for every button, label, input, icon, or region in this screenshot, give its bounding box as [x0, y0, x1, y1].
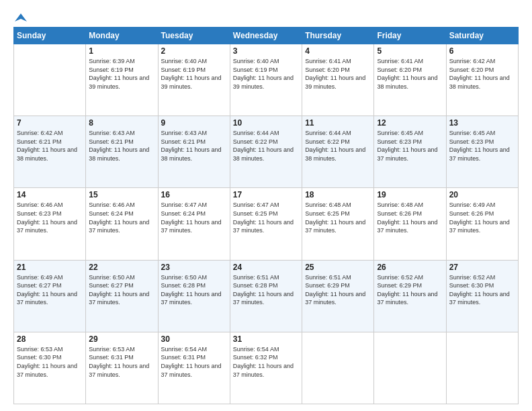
logo-bird-icon	[15, 12, 27, 24]
day-number: 20	[449, 190, 515, 199]
week-row-1: 7Sunrise: 6:42 AM Sunset: 6:21 PM Daylig…	[14, 116, 519, 188]
day-number: 6	[449, 46, 515, 56]
week-row-0: 1Sunrise: 6:39 AM Sunset: 6:19 PM Daylig…	[14, 44, 519, 116]
header-row: SundayMondayTuesdayWednesdayThursdayFrid…	[14, 28, 519, 44]
day-cell: 27Sunrise: 6:52 AM Sunset: 6:30 PM Dayli…	[446, 260, 518, 332]
header-saturday: Saturday	[446, 28, 518, 44]
day-cell: 21Sunrise: 6:49 AM Sunset: 6:27 PM Dayli…	[14, 260, 86, 332]
day-info: Sunrise: 6:44 AM Sunset: 6:22 PM Dayligh…	[305, 129, 371, 163]
day-number: 12	[377, 118, 443, 128]
day-cell: 5Sunrise: 6:41 AM Sunset: 6:20 PM Daylig…	[374, 44, 446, 116]
day-info: Sunrise: 6:50 AM Sunset: 6:27 PM Dayligh…	[89, 273, 154, 307]
day-info: Sunrise: 6:45 AM Sunset: 6:23 PM Dayligh…	[377, 129, 443, 163]
day-info: Sunrise: 6:48 AM Sunset: 6:26 PM Dayligh…	[377, 201, 443, 234]
header-wednesday: Wednesday	[230, 28, 302, 44]
header-monday: Monday	[86, 28, 158, 44]
day-cell: 22Sunrise: 6:50 AM Sunset: 6:27 PM Dayli…	[86, 260, 158, 332]
day-cell: 13Sunrise: 6:45 AM Sunset: 6:23 PM Dayli…	[446, 116, 518, 188]
day-cell: 16Sunrise: 6:47 AM Sunset: 6:24 PM Dayli…	[158, 188, 230, 260]
day-number: 25	[305, 263, 371, 272]
day-info: Sunrise: 6:54 AM Sunset: 6:31 PM Dayligh…	[161, 345, 227, 379]
day-info: Sunrise: 6:40 AM Sunset: 6:19 PM Dayligh…	[161, 57, 227, 91]
day-number: 11	[305, 118, 371, 128]
day-info: Sunrise: 6:46 AM Sunset: 6:24 PM Dayligh…	[89, 201, 154, 234]
day-number: 16	[161, 190, 227, 199]
day-info: Sunrise: 6:47 AM Sunset: 6:25 PM Dayligh…	[233, 201, 299, 234]
day-info: Sunrise: 6:48 AM Sunset: 6:25 PM Dayligh…	[305, 201, 371, 234]
day-number: 19	[377, 190, 443, 199]
week-row-4: 28Sunrise: 6:53 AM Sunset: 6:30 PM Dayli…	[14, 332, 519, 404]
day-cell: 26Sunrise: 6:52 AM Sunset: 6:29 PM Dayli…	[374, 260, 446, 332]
day-info: Sunrise: 6:49 AM Sunset: 6:26 PM Dayligh…	[449, 201, 515, 234]
day-number: 14	[17, 190, 83, 199]
day-cell: 1Sunrise: 6:39 AM Sunset: 6:19 PM Daylig…	[86, 44, 158, 116]
logo	[13, 12, 27, 21]
day-number: 17	[233, 190, 299, 199]
day-cell: 4Sunrise: 6:41 AM Sunset: 6:20 PM Daylig…	[302, 44, 374, 116]
day-info: Sunrise: 6:52 AM Sunset: 6:29 PM Dayligh…	[377, 273, 443, 307]
day-info: Sunrise: 6:52 AM Sunset: 6:30 PM Dayligh…	[449, 273, 515, 307]
day-cell: 30Sunrise: 6:54 AM Sunset: 6:31 PM Dayli…	[158, 332, 230, 404]
day-number: 29	[89, 334, 154, 344]
day-info: Sunrise: 6:47 AM Sunset: 6:24 PM Dayligh…	[161, 201, 227, 234]
day-number: 7	[17, 118, 83, 128]
day-cell: 10Sunrise: 6:44 AM Sunset: 6:22 PM Dayli…	[230, 116, 302, 188]
day-info: Sunrise: 6:43 AM Sunset: 6:21 PM Dayligh…	[89, 129, 154, 163]
calendar-table: SundayMondayTuesdayWednesdayThursdayFrid…	[13, 27, 519, 404]
day-number: 3	[233, 46, 299, 56]
day-info: Sunrise: 6:53 AM Sunset: 6:30 PM Dayligh…	[17, 345, 83, 379]
week-row-3: 21Sunrise: 6:49 AM Sunset: 6:27 PM Dayli…	[14, 260, 519, 332]
day-info: Sunrise: 6:40 AM Sunset: 6:19 PM Dayligh…	[233, 57, 299, 91]
day-cell: 7Sunrise: 6:42 AM Sunset: 6:21 PM Daylig…	[14, 116, 86, 188]
day-number: 9	[161, 118, 227, 128]
header-friday: Friday	[374, 28, 446, 44]
day-cell: 11Sunrise: 6:44 AM Sunset: 6:22 PM Dayli…	[302, 116, 374, 188]
day-number: 27	[449, 263, 515, 272]
day-number: 4	[305, 46, 371, 56]
day-info: Sunrise: 6:49 AM Sunset: 6:27 PM Dayligh…	[17, 273, 83, 307]
day-info: Sunrise: 6:51 AM Sunset: 6:28 PM Dayligh…	[233, 273, 299, 307]
day-number: 13	[449, 118, 515, 128]
day-cell: 8Sunrise: 6:43 AM Sunset: 6:21 PM Daylig…	[86, 116, 158, 188]
day-info: Sunrise: 6:42 AM Sunset: 6:21 PM Dayligh…	[17, 129, 83, 163]
day-cell: 3Sunrise: 6:40 AM Sunset: 6:19 PM Daylig…	[230, 44, 302, 116]
day-number: 2	[161, 46, 227, 56]
day-number: 8	[89, 118, 154, 128]
day-cell: 19Sunrise: 6:48 AM Sunset: 6:26 PM Dayli…	[374, 188, 446, 260]
day-cell: 20Sunrise: 6:49 AM Sunset: 6:26 PM Dayli…	[446, 188, 518, 260]
header-sunday: Sunday	[14, 28, 86, 44]
day-cell: 6Sunrise: 6:42 AM Sunset: 6:20 PM Daylig…	[446, 44, 518, 116]
day-number: 23	[161, 263, 227, 272]
day-info: Sunrise: 6:43 AM Sunset: 6:21 PM Dayligh…	[161, 129, 227, 163]
calendar-page: SundayMondayTuesdayWednesdayThursdayFrid…	[0, 0, 532, 411]
day-cell: 18Sunrise: 6:48 AM Sunset: 6:25 PM Dayli…	[302, 188, 374, 260]
day-number: 18	[305, 190, 371, 199]
day-cell: 24Sunrise: 6:51 AM Sunset: 6:28 PM Dayli…	[230, 260, 302, 332]
day-number: 30	[161, 334, 227, 344]
day-cell: 12Sunrise: 6:45 AM Sunset: 6:23 PM Dayli…	[374, 116, 446, 188]
day-cell: 9Sunrise: 6:43 AM Sunset: 6:21 PM Daylig…	[158, 116, 230, 188]
day-cell: 2Sunrise: 6:40 AM Sunset: 6:19 PM Daylig…	[158, 44, 230, 116]
day-cell: 29Sunrise: 6:53 AM Sunset: 6:31 PM Dayli…	[86, 332, 158, 404]
day-info: Sunrise: 6:41 AM Sunset: 6:20 PM Dayligh…	[377, 57, 443, 91]
day-number: 1	[89, 46, 154, 56]
day-info: Sunrise: 6:53 AM Sunset: 6:31 PM Dayligh…	[89, 345, 154, 379]
day-info: Sunrise: 6:39 AM Sunset: 6:19 PM Dayligh…	[89, 57, 154, 91]
day-info: Sunrise: 6:50 AM Sunset: 6:28 PM Dayligh…	[161, 273, 227, 307]
day-cell	[374, 332, 446, 404]
day-number: 26	[377, 263, 443, 272]
day-info: Sunrise: 6:51 AM Sunset: 6:29 PM Dayligh…	[305, 273, 371, 307]
svg-marker-0	[15, 13, 27, 21]
day-number: 31	[233, 334, 299, 344]
day-info: Sunrise: 6:45 AM Sunset: 6:23 PM Dayligh…	[449, 129, 515, 163]
day-info: Sunrise: 6:44 AM Sunset: 6:22 PM Dayligh…	[233, 129, 299, 163]
day-cell: 23Sunrise: 6:50 AM Sunset: 6:28 PM Dayli…	[158, 260, 230, 332]
day-number: 15	[89, 190, 154, 199]
day-cell	[14, 44, 86, 116]
day-cell: 31Sunrise: 6:54 AM Sunset: 6:32 PM Dayli…	[230, 332, 302, 404]
day-info: Sunrise: 6:42 AM Sunset: 6:20 PM Dayligh…	[449, 57, 515, 91]
day-number: 24	[233, 263, 299, 272]
day-info: Sunrise: 6:54 AM Sunset: 6:32 PM Dayligh…	[233, 345, 299, 379]
day-number: 28	[17, 334, 83, 344]
day-info: Sunrise: 6:41 AM Sunset: 6:20 PM Dayligh…	[305, 57, 371, 91]
